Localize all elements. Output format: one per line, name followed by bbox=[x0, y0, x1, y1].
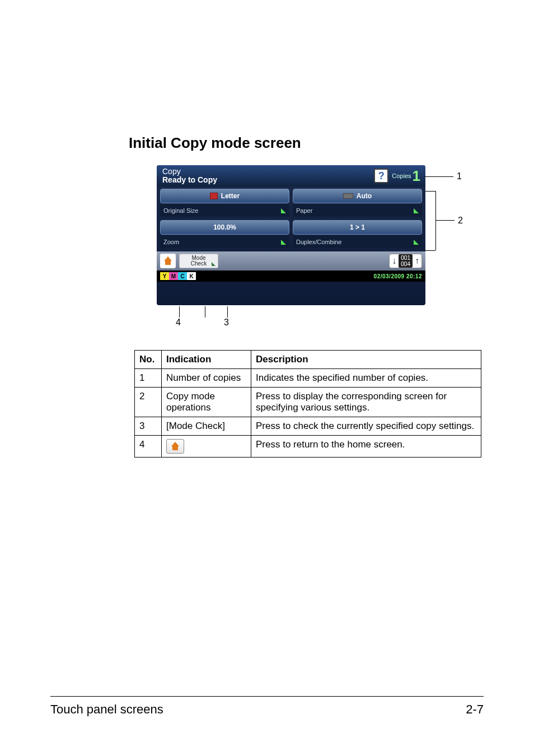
footer-page: 2-7 bbox=[466, 702, 484, 717]
callout-2: 2 bbox=[458, 216, 463, 226]
page-navigator[interactable]: ↓ 001 004 ↑ bbox=[389, 254, 422, 268]
indication-table: No. Indication Description 1 Number of c… bbox=[134, 350, 481, 458]
col-indication: Indication bbox=[162, 351, 251, 369]
original-size-label[interactable]: Original Size bbox=[160, 204, 289, 217]
mode-check-button[interactable]: Mode Check bbox=[179, 254, 218, 268]
device-screen: Copy Ready to Copy ? Copies 1 Letter bbox=[157, 165, 425, 305]
section-heading: Initial Copy mode screen bbox=[129, 134, 484, 152]
table-row: 1 Number of copies Indicates the specifi… bbox=[135, 369, 481, 388]
tray-icon bbox=[343, 193, 353, 199]
home-icon bbox=[163, 256, 173, 265]
expand-icon bbox=[281, 208, 286, 213]
callout-3: 3 bbox=[224, 318, 229, 328]
footer-section: Touch panel screens bbox=[50, 702, 163, 717]
status-strip: Y M C K 02/03/2009 20:12 bbox=[157, 270, 425, 282]
toner-c-icon: C bbox=[178, 272, 187, 280]
table-row: 3 [Mode Check] Press to check the curren… bbox=[135, 417, 481, 436]
copies-count: 1 bbox=[413, 167, 421, 185]
toner-m-icon: M bbox=[169, 272, 178, 280]
duplex-combine-label[interactable]: Duplex/Combine bbox=[293, 236, 422, 248]
expand-icon bbox=[414, 208, 419, 213]
table-row: 4 Press to return to the home screen. bbox=[135, 436, 481, 458]
expand-icon bbox=[212, 262, 216, 266]
arrow-down-icon[interactable]: ↓ bbox=[392, 256, 396, 266]
copies-label: Copies bbox=[392, 172, 411, 179]
expand-icon bbox=[281, 240, 286, 245]
callout-1: 1 bbox=[457, 171, 462, 181]
paper-button[interactable]: Auto bbox=[293, 189, 422, 203]
zoom-button[interactable]: 100.0% bbox=[160, 220, 289, 235]
col-no: No. bbox=[135, 351, 162, 369]
callout-4: 4 bbox=[176, 318, 181, 328]
arrow-up-icon[interactable]: ↑ bbox=[415, 256, 419, 266]
toner-y-icon: Y bbox=[160, 272, 169, 280]
screen-header: Copy Ready to Copy ? Copies 1 bbox=[157, 165, 425, 186]
status-text: Ready to Copy bbox=[162, 176, 217, 184]
help-icon[interactable]: ? bbox=[374, 169, 388, 183]
paper-label[interactable]: Paper bbox=[293, 204, 422, 217]
copy-screen-figure: Copy Ready to Copy ? Copies 1 Letter bbox=[157, 165, 481, 339]
toner-k-icon: K bbox=[187, 272, 196, 280]
mode-label: Copy bbox=[162, 167, 217, 176]
col-description: Description bbox=[251, 351, 481, 369]
home-icon bbox=[166, 439, 184, 454]
paper-icon bbox=[210, 193, 218, 199]
expand-icon bbox=[414, 240, 419, 245]
table-row: 2 Copy mode operations Press to display … bbox=[135, 388, 481, 417]
datetime: 02/03/2009 20:12 bbox=[196, 273, 422, 279]
duplex-combine-button[interactable]: 1 > 1 bbox=[293, 220, 422, 235]
home-button[interactable] bbox=[160, 254, 176, 268]
zoom-label[interactable]: Zoom bbox=[160, 236, 289, 248]
original-size-button[interactable]: Letter bbox=[160, 189, 289, 203]
